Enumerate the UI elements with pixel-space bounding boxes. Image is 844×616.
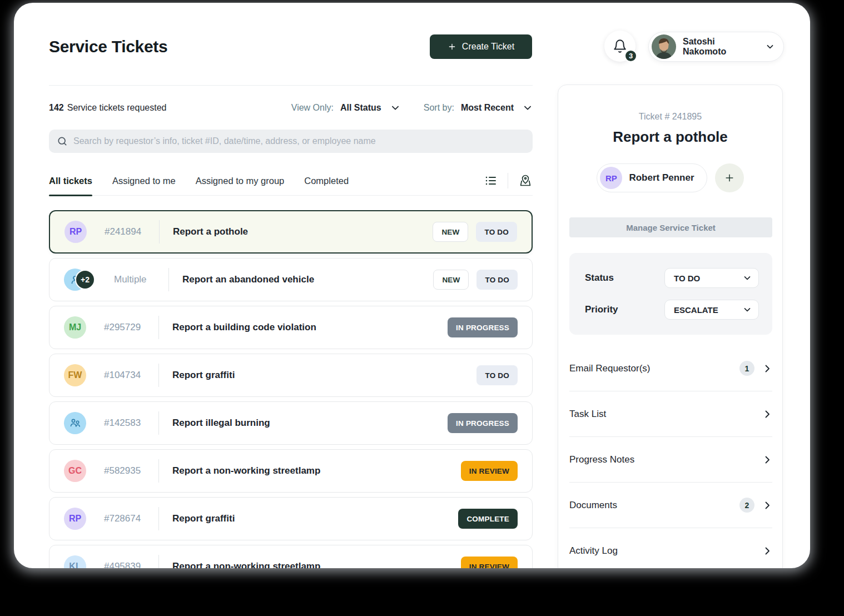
workflow-badge: TO DO	[476, 365, 518, 385]
divider	[168, 268, 169, 291]
section-progress-notes[interactable]: Progress Notes	[569, 437, 772, 483]
avatar: RP	[600, 167, 622, 189]
divider	[508, 173, 508, 188]
search-bar	[49, 130, 533, 153]
ticket-list: RP #241894 Report a pothole NEW TO DO +2…	[49, 210, 533, 568]
add-requestor-button[interactable]	[715, 163, 744, 192]
ticket-title: Report a non-working streetlamp	[172, 561, 320, 568]
plus-icon	[724, 172, 735, 183]
status-label: Status	[585, 272, 614, 284]
map-view-icon[interactable]	[518, 173, 533, 188]
chevron-right-icon	[762, 364, 772, 374]
chevron-right-icon	[762, 500, 772, 510]
status-badge: NEW	[433, 222, 468, 242]
chevron-right-icon	[762, 409, 772, 419]
status-select[interactable]: TO DO	[664, 268, 759, 288]
ticket-row[interactable]: FW #104734 Report graffiti TO DO	[49, 354, 533, 397]
divider	[49, 85, 533, 86]
workflow-badge: IN PROGRESS	[448, 317, 518, 337]
create-ticket-button[interactable]: Create Ticket	[430, 34, 532, 59]
notification-count-badge: 3	[624, 49, 637, 62]
divider	[158, 364, 159, 387]
manage-service-ticket-button[interactable]: Manage Service Ticket	[569, 217, 772, 237]
page-title: Service Tickets	[49, 37, 167, 56]
ticket-detail-panel: Ticket # 241895 Report a pothole RP Robe…	[558, 85, 783, 568]
divider	[158, 459, 159, 483]
avatar: KL	[64, 555, 86, 568]
user-menu[interactable]: Satoshi Nakomoto	[648, 32, 784, 62]
workflow-badge: IN REVIEW	[461, 557, 518, 568]
avatar: RP	[64, 221, 87, 243]
divider	[158, 316, 159, 339]
create-ticket-label: Create Ticket	[462, 42, 514, 52]
count-badge: 2	[739, 498, 754, 513]
ticket-id: #728674	[104, 513, 157, 524]
ticket-id: Multiple	[114, 274, 167, 285]
ticket-title: Report a pothole	[173, 226, 248, 237]
priority-label: Priority	[585, 304, 618, 315]
ticket-title: Report graffiti	[172, 513, 235, 524]
workflow-badge: TO DO	[476, 222, 517, 242]
avatar	[652, 34, 676, 59]
ticket-id: #142583	[104, 418, 157, 429]
chevron-down-icon	[743, 305, 752, 314]
ticket-title: Report a building code violation	[172, 322, 316, 333]
workflow-badge: COMPLETE	[458, 509, 518, 529]
divider	[158, 507, 159, 530]
ticket-title: Report a non-working streetlamp	[172, 465, 320, 476]
status-badge: NEW	[433, 270, 469, 290]
ticket-id: #295729	[104, 322, 157, 333]
ticket-row[interactable]: GC #582935 Report a non-working streetla…	[49, 449, 533, 493]
ticket-row[interactable]: MJ #295729 Report a building code violat…	[49, 306, 533, 349]
ticket-row[interactable]: RP #241894 Report a pothole NEW TO DO	[49, 210, 533, 254]
ticket-number: Ticket # 241895	[558, 112, 782, 122]
requestor-name: Robert Penner	[629, 172, 694, 183]
sort-by-label: Sort by:	[424, 103, 454, 113]
ticket-row[interactable]: #142583 Report illegal burning IN PROGRE…	[49, 401, 533, 445]
section-task-list[interactable]: Task List	[569, 391, 772, 437]
section-activity-log[interactable]: Activity Log	[569, 528, 772, 568]
section-email-requestors[interactable]: Email Requestor(s) 1	[569, 346, 772, 391]
notifications-button[interactable]: 3	[604, 31, 636, 62]
view-only-select[interactable]: All Status	[340, 103, 381, 113]
ticket-title: Report illegal burning	[172, 418, 270, 429]
ticket-title: Report an abandoned vehicle	[182, 274, 314, 285]
plus-icon	[448, 42, 456, 51]
ticket-row[interactable]: RP #728674 Report graffiti COMPLETE	[49, 497, 533, 540]
chevron-right-icon	[762, 546, 772, 556]
chevron-down-icon[interactable]	[523, 103, 533, 113]
avatar-group: +2	[64, 269, 96, 291]
list-toolbar: 142 Service tickets requested View Only:…	[49, 101, 533, 115]
ticket-row[interactable]: +2 Multiple Report an abandoned vehicle …	[49, 258, 533, 301]
count-badge: 1	[739, 361, 754, 376]
people-icon	[64, 412, 86, 434]
chevron-right-icon	[762, 455, 772, 465]
tab-completed[interactable]: Completed	[304, 166, 349, 195]
list-view-icon[interactable]	[484, 174, 498, 187]
priority-select[interactable]: ESCALATE	[664, 300, 759, 320]
ticket-detail-title: Report a pothole	[558, 128, 782, 146]
search-input[interactable]	[73, 136, 525, 146]
ticket-id: #582935	[104, 465, 157, 476]
requestor-pill[interactable]: RP Robert Penner	[597, 163, 707, 192]
ticket-title: Report graffiti	[172, 370, 235, 381]
chevron-down-icon	[766, 42, 775, 51]
divider	[158, 411, 159, 435]
ticket-row[interactable]: KL #495839 Report a non-working streetla…	[49, 545, 533, 568]
chevron-down-icon[interactable]	[390, 103, 400, 113]
avatar-overflow-badge: +2	[75, 270, 95, 290]
ticket-count: 142	[49, 103, 64, 113]
tab-all-tickets[interactable]: All tickets	[49, 166, 92, 195]
tab-assigned-to-my-group[interactable]: Assigned to my group	[196, 166, 285, 195]
ticket-count-label: Service tickets requested	[67, 103, 167, 113]
tab-assigned-to-me[interactable]: Assigned to me	[112, 166, 176, 195]
divider	[159, 220, 160, 244]
bell-icon	[613, 39, 627, 53]
panel-sections: Email Requestor(s) 1 Task List Progress …	[569, 346, 772, 568]
status-card: Status TO DO Priority ESCALATE	[569, 253, 772, 335]
workflow-badge: IN PROGRESS	[448, 413, 518, 433]
sort-by-select[interactable]: Most Recent	[461, 103, 514, 113]
user-name: Satoshi Nakomoto	[683, 37, 759, 57]
section-documents[interactable]: Documents 2	[569, 483, 772, 528]
avatar: RP	[64, 508, 86, 530]
